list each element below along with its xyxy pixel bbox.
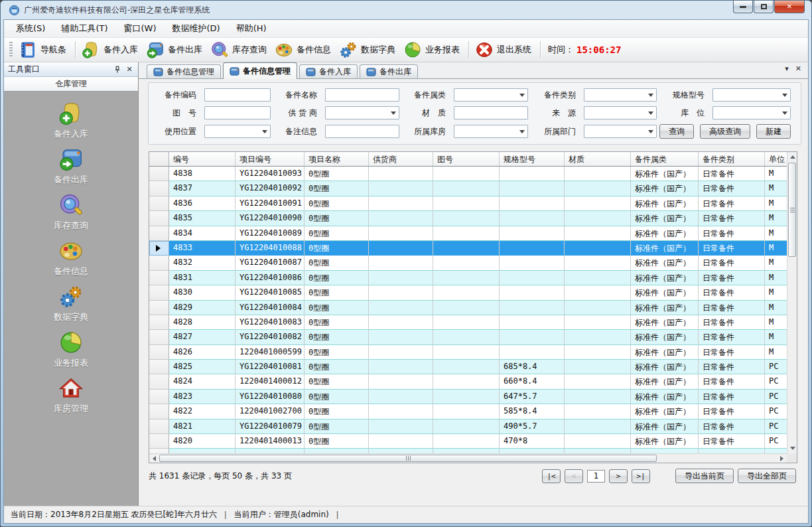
- table-row[interactable]: 4836YG122040100910型圈标准件（国产）日常备件M: [149, 196, 787, 211]
- table-row[interactable]: 4835YG122040100900型圈标准件（国产）日常备件M: [149, 211, 787, 226]
- query-button[interactable]: 查询: [659, 124, 694, 139]
- supplier-select[interactable]: [325, 106, 399, 119]
- next-page-button[interactable]: >: [609, 469, 628, 483]
- business-report-button[interactable]: 业务报表: [401, 39, 465, 60]
- table-row[interactable]: 4823YG122040100800型圈647*5.7标准件（国产）日常备件PC: [149, 390, 787, 404]
- advanced-query-button[interactable]: 高级查询: [700, 124, 750, 139]
- column-header-type[interactable]: 备件类别: [699, 152, 765, 166]
- new-button[interactable]: 新建: [756, 124, 791, 139]
- menu-help[interactable]: 帮助(H): [230, 21, 273, 37]
- row-indicator-cell: [149, 256, 169, 270]
- row-indicator-cell: [149, 419, 169, 434]
- tab-parts-out[interactable]: 备件出库: [360, 64, 418, 78]
- table-row[interactable]: 482012204014000130型圈470*8标准件（国产）日常备件PC: [149, 434, 787, 449]
- table-row[interactable]: 482412204014000120型圈660*8.4标准件（国产）日常备件PC: [149, 374, 787, 389]
- warehouse-select[interactable]: [454, 125, 528, 138]
- export-all-pages-button[interactable]: 导出全部页: [738, 469, 796, 483]
- column-header-id[interactable]: 编号: [169, 152, 236, 166]
- part-code-field[interactable]: [204, 88, 271, 102]
- horizontal-scrollbar[interactable]: [149, 453, 787, 463]
- parts-info-button[interactable]: 备件信息: [272, 39, 336, 60]
- use-position-select[interactable]: [204, 125, 271, 138]
- sidebar-inventory-query[interactable]: 库存查询: [4, 192, 138, 232]
- department-select[interactable]: [584, 125, 657, 138]
- prev-page-button[interactable]: <: [565, 469, 583, 483]
- table-cell-material: [565, 434, 631, 449]
- table-row[interactable]: 4827YG122040100820型圈标准件（国产）日常备件M: [149, 330, 787, 344]
- part-category-select[interactable]: [584, 88, 657, 102]
- part-class-select[interactable]: [454, 88, 528, 102]
- menu-aux-tools[interactable]: 辅助工具(T): [54, 21, 114, 37]
- horizontal-scroll-thumb[interactable]: [159, 455, 657, 462]
- export-current-page-button[interactable]: 导出当前页: [675, 469, 734, 483]
- table-row[interactable]: 4825YG122040100810型圈685*8.4标准件（国产）日常备件PC: [149, 360, 787, 374]
- table-cell-project_name: 0型圈: [304, 196, 369, 211]
- table-row[interactable]: 4837YG122040100920型圈标准件（国产）日常备件M: [149, 181, 787, 196]
- page-number-input[interactable]: 1: [587, 470, 605, 483]
- table-row[interactable]: 4832YG122040100870型圈标准件（国产）日常备件M: [149, 256, 787, 270]
- vertical-scroll-thumb[interactable]: [788, 163, 796, 257]
- scroll-down-button[interactable]: [787, 443, 797, 453]
- tab-parts-info-mgmt-2[interactable]: 备件信息管理: [223, 62, 297, 79]
- sidebar-parts-info[interactable]: 备件信息: [4, 238, 138, 277]
- sidebar-parts-in[interactable]: 备件入库: [4, 101, 138, 140]
- column-header-project_no[interactable]: 项目编号: [236, 152, 304, 166]
- remark-field[interactable]: [325, 125, 399, 138]
- column-header-drawing_no[interactable]: 图号: [433, 152, 500, 166]
- location-select[interactable]: [712, 106, 791, 119]
- drawing-no-field[interactable]: [204, 106, 271, 119]
- material-field[interactable]: [454, 106, 528, 119]
- toolbar-grip[interactable]: [9, 42, 13, 58]
- parts-out-button[interactable]: 备件出库: [143, 39, 208, 60]
- column-header-material[interactable]: 材质: [565, 152, 631, 166]
- table-row[interactable]: 4833YG122040100880型圈标准件（国产）日常备件M: [149, 241, 787, 256]
- source-select[interactable]: [584, 106, 657, 119]
- table-row[interactable]: 4838YG122040100930型圈标准件（国产）日常备件M: [149, 167, 787, 181]
- exit-icon: [475, 40, 494, 59]
- tab-parts-info-mgmt-1[interactable]: 备件信息管理: [147, 64, 221, 78]
- column-header-unit[interactable]: 单位: [765, 152, 787, 166]
- table-row[interactable]: 4830YG122040100850型圈标准件（国产）日常备件M: [149, 285, 787, 300]
- table-row[interactable]: 4829YG122040100840型圈标准件（国产）日常备件M: [149, 301, 787, 315]
- table-row-partial[interactable]: [149, 449, 787, 453]
- menu-window[interactable]: 窗口(W): [117, 21, 163, 37]
- table-row[interactable]: 4828YG122040100830型圈标准件（国产）日常备件M: [149, 315, 787, 330]
- sidebar-data-dict[interactable]: 数据字典: [4, 284, 138, 323]
- navbar-button[interactable]: 导航条: [16, 39, 72, 60]
- part-name-field[interactable]: [325, 88, 399, 102]
- table-row[interactable]: 4834YG122040100890型圈标准件（国产）日常备件M: [149, 226, 787, 241]
- menu-system[interactable]: 系统(S): [9, 21, 52, 37]
- table-row[interactable]: 482212204010027000型圈585*8.4标准件（国产）日常备件PC: [149, 404, 787, 419]
- table-row[interactable]: 4831YG122040100860型圈标准件（国产）日常备件M: [149, 271, 787, 285]
- column-header-spec[interactable]: 规格型号: [500, 152, 565, 166]
- close-icon[interactable]: ✕: [125, 65, 134, 74]
- tab-parts-in[interactable]: 备件入库: [299, 64, 358, 78]
- sidebar-warehouse-mgmt[interactable]: 库房管理: [4, 376, 138, 415]
- sidebar-parts-out[interactable]: 备件出库: [4, 147, 138, 186]
- close-button[interactable]: ✕: [774, 1, 805, 13]
- parts-in-button[interactable]: 备件入库: [79, 39, 143, 60]
- vertical-scrollbar[interactable]: [787, 152, 797, 453]
- menu-data-maintain[interactable]: 数据维护(D): [166, 21, 227, 37]
- minimize-button[interactable]: [733, 1, 753, 13]
- scroll-left-button[interactable]: [149, 454, 159, 463]
- column-header-supplier[interactable]: 供货商: [369, 152, 433, 166]
- tab-close-button[interactable]: ✕: [795, 65, 801, 72]
- tab-list-dropdown[interactable]: ▾: [785, 65, 789, 72]
- maximize-button[interactable]: [754, 1, 774, 13]
- last-page-button[interactable]: >|: [632, 469, 650, 483]
- first-page-button[interactable]: |<: [542, 469, 561, 483]
- table-row[interactable]: 482612204010005990型圈标准件（国产）日常备件M: [149, 345, 787, 360]
- table-row[interactable]: 4821YG122040100790型圈490*5.7标准件（国产）日常备件PC: [149, 419, 787, 434]
- column-header-project_name[interactable]: 项目名称: [304, 152, 369, 166]
- scroll-up-button[interactable]: [787, 152, 797, 162]
- pin-icon[interactable]: [113, 65, 122, 74]
- scroll-right-button[interactable]: [777, 454, 787, 463]
- inventory-query-button[interactable]: 库存查询: [208, 39, 272, 60]
- data-dict-button[interactable]: 数据字典: [336, 39, 401, 60]
- sidebar-business-report[interactable]: 业务报表: [4, 330, 138, 369]
- column-header-category[interactable]: 备件属类: [631, 152, 699, 166]
- spec-model-select[interactable]: [712, 88, 791, 102]
- exit-system-button[interactable]: 退出系统: [472, 39, 537, 60]
- search-panel: 备件编码备件名称备件属类备件类别规格型号图 号供 货 商材 质来 源库 位使用位…: [148, 82, 801, 145]
